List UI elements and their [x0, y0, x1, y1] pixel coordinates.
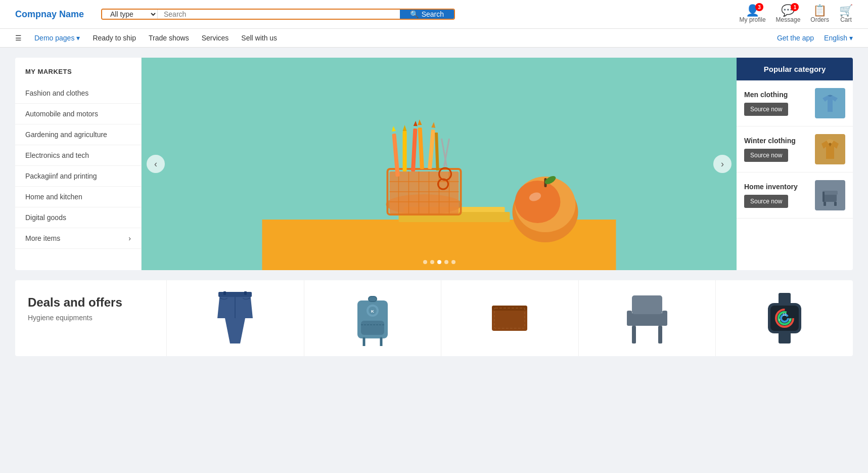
deal-item-backpack[interactable]: K: [304, 280, 442, 356]
svg-rect-6: [390, 171, 459, 213]
source-now-men-button[interactable]: Source now: [744, 103, 788, 116]
carousel: ‹ ›: [142, 58, 737, 270]
sidebar-item-more[interactable]: More items ›: [15, 228, 141, 249]
source-now-home-button[interactable]: Source now: [744, 195, 788, 208]
svg-rect-62: [627, 311, 632, 326]
carousel-next-button[interactable]: ›: [713, 155, 732, 173]
svg-rect-63: [662, 311, 667, 326]
nav-left: ☰ Demo pages ▾ Ready to ship Trade shows…: [15, 34, 277, 42]
svg-point-33: [515, 181, 561, 223]
carousel-dot-3[interactable]: [437, 260, 441, 264]
sidebar-item-packaging[interactable]: Packagiinf and printing: [15, 166, 141, 187]
svg-rect-38: [823, 191, 838, 195]
profile-action[interactable]: 👤 3 My profile: [740, 5, 766, 23]
svg-rect-48: [361, 321, 384, 335]
search-button[interactable]: 🔍 Search: [400, 10, 454, 19]
chevron-down-icon: ▾: [76, 34, 80, 42]
language-chevron-icon: ▾: [849, 34, 853, 42]
svg-rect-59: [632, 295, 662, 314]
nav-item-sell-with-us[interactable]: Sell with us: [241, 34, 277, 42]
sidebar-item-digital[interactable]: Digital goods: [15, 207, 141, 228]
message-action[interactable]: 💬 1 Message: [776, 5, 801, 23]
chevron-right-icon: ›: [128, 234, 131, 242]
company-name[interactable]: Compnay Name: [15, 9, 91, 20]
sidebar-title: MY MARKETS: [15, 68, 141, 83]
svg-rect-40: [834, 202, 837, 206]
carousel-dot-1[interactable]: [423, 260, 427, 264]
header: Compnay Name All typeProductsSuppliersSe…: [0, 0, 868, 29]
category-item-men-clothing: Men clothing Source now: [737, 80, 853, 126]
nav-item-demo-pages[interactable]: Demo pages ▾: [34, 34, 80, 42]
svg-rect-45: [244, 291, 247, 295]
hamburger-icon: ☰: [15, 34, 22, 42]
search-bar: All typeProductsSuppliersServices 🔍 Sear…: [101, 9, 455, 20]
winter-clothing-image: [815, 134, 845, 164]
home-inventory-image: [815, 180, 845, 210]
nav-item-ready-to-ship[interactable]: Ready to ship: [93, 34, 136, 42]
market-section: MY MARKETS Fashion and clothes Automobil…: [15, 58, 853, 270]
category-title-home: Home inventory: [744, 183, 798, 191]
nav-language[interactable]: English ▾: [824, 34, 853, 42]
deals-subtitle: Hygiene equipments: [28, 314, 154, 322]
svg-rect-41: [823, 192, 825, 202]
svg-rect-58: [629, 313, 665, 326]
cart-label: Cart: [840, 16, 852, 23]
svg-rect-61: [658, 326, 662, 343]
profile-badge: 3: [755, 3, 763, 11]
svg-rect-65: [779, 332, 791, 343]
deals-products: K: [167, 280, 853, 356]
sidebar-item-fashion[interactable]: Fashion and clothes: [15, 83, 141, 104]
search-type-select[interactable]: All typeProductsSuppliersServices: [102, 10, 158, 19]
svg-rect-60: [632, 326, 636, 343]
svg-rect-43: [218, 292, 252, 297]
nav-get-app[interactable]: Get the app: [777, 34, 814, 42]
nav-item-services[interactable]: Services: [202, 34, 229, 42]
main-content: MY MARKETS Fashion and clothes Automobil…: [0, 48, 868, 366]
category-item-home-inventory: Home inventory Source now: [737, 173, 853, 219]
cart-action[interactable]: 🛒 Cart: [839, 5, 853, 23]
search-input[interactable]: [158, 10, 400, 19]
sidebar-item-home-kitchen[interactable]: Home and kitchen: [15, 187, 141, 207]
popular-category-header: Popular category: [737, 58, 853, 80]
category-title-men: Men clothing: [744, 91, 788, 99]
deals-info: Deals and offers Hygiene equipments: [15, 280, 167, 356]
nav-item-trade-shows[interactable]: Trade shows: [149, 34, 189, 42]
svg-text:K: K: [371, 309, 374, 314]
cart-icon: 🛒: [839, 5, 853, 16]
header-actions: 👤 3 My profile 💬 1 Message 📋 Orders 🛒 Ca…: [740, 5, 853, 23]
nav-menu-icon[interactable]: ☰: [15, 34, 22, 42]
carousel-dot-2[interactable]: [430, 260, 434, 264]
orders-label: Orders: [810, 16, 829, 23]
category-item-winter-clothing: Winter clothing Source now: [737, 126, 853, 173]
carousel-dots: [423, 260, 455, 264]
profile-label: My profile: [740, 16, 766, 23]
nav-bar: ☰ Demo pages ▾ Ready to ship Trade shows…: [0, 29, 868, 48]
svg-rect-64: [779, 293, 791, 304]
carousel-image: ‹ ›: [142, 58, 737, 270]
search-icon: 🔍: [410, 10, 419, 18]
orders-action[interactable]: 📋 Orders: [810, 5, 829, 23]
message-label: Message: [776, 16, 801, 23]
category-title-winter: Winter clothing: [744, 137, 796, 145]
svg-rect-47: [369, 296, 377, 302]
nav-right: Get the app English ▾: [777, 34, 853, 42]
message-badge: 1: [791, 3, 799, 11]
sidebar-item-automobile[interactable]: Automobile and motors: [15, 104, 141, 124]
deal-item-chair[interactable]: [579, 280, 716, 356]
svg-rect-39: [824, 202, 826, 206]
carousel-dot-5[interactable]: [451, 260, 455, 264]
sidebar-item-electronics[interactable]: Electronics and tech: [15, 145, 141, 166]
deals-section: Deals and offers Hygiene equipments: [15, 280, 853, 356]
deals-title: Deals and offers: [28, 295, 154, 310]
svg-rect-44: [223, 291, 226, 295]
carousel-dot-4[interactable]: [444, 260, 448, 264]
men-clothing-image: [815, 88, 845, 118]
svg-rect-37: [824, 194, 837, 202]
deal-item-wallet[interactable]: [441, 280, 579, 356]
deal-item-jeans[interactable]: [167, 280, 304, 356]
source-now-winter-button[interactable]: Source now: [744, 149, 788, 162]
deal-item-watch[interactable]: 12 9 3: [716, 280, 853, 356]
orders-icon: 📋: [813, 5, 827, 16]
sidebar-item-gardening[interactable]: Gardening and agriculture: [15, 124, 141, 145]
carousel-prev-button[interactable]: ‹: [147, 155, 165, 173]
